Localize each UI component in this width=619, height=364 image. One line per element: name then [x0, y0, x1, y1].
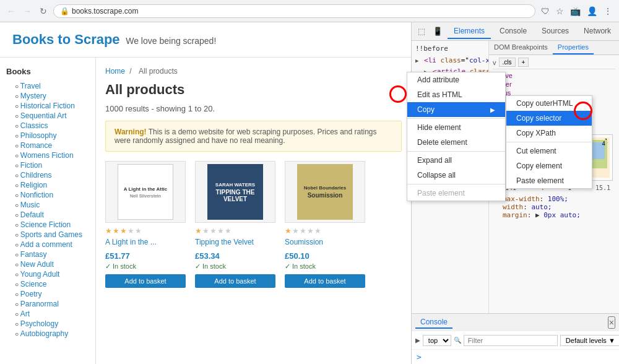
submenu-sep: [506, 142, 592, 142]
console-context-select[interactable]: top: [423, 335, 451, 346]
category-list: TravelMysteryHistorical FictionSequentia…: [6, 81, 89, 339]
product-title-2[interactable]: Tipping the Velvet: [195, 238, 275, 248]
sidebar-item[interactable]: Fiction: [6, 160, 89, 170]
sidebar-item[interactable]: New Adult: [6, 259, 89, 269]
back-button[interactable]: ←: [5, 5, 17, 17]
properties-tab[interactable]: Properties: [553, 41, 594, 54]
context-menu-add-attribute[interactable]: Add attribute: [407, 72, 505, 87]
product-price-3: £50.10: [285, 251, 365, 261]
submenu-copy-selector[interactable]: Copy selector: [506, 111, 592, 126]
content-area: Home / All products All products 1000 re…: [96, 58, 411, 364]
sidebar-item[interactable]: Art: [6, 309, 89, 319]
sidebar-item[interactable]: Nonfiction: [6, 190, 89, 200]
tab-network[interactable]: Network: [578, 24, 617, 39]
submenu-copy-xpath[interactable]: Copy XPath: [506, 126, 592, 141]
context-menu-paste[interactable]: Paste element: [407, 186, 505, 201]
device-icon[interactable]: 📱: [430, 25, 445, 37]
context-menu-edit-html[interactable]: Edit as HTML: [407, 87, 505, 102]
tab-elements[interactable]: Elements: [448, 24, 491, 39]
tab-sources[interactable]: Sources: [535, 24, 575, 39]
submenu-paste-element[interactable]: Paste element: [506, 173, 592, 188]
console-expand-icon[interactable]: ▶: [415, 336, 420, 345]
breadcrumb-separator: /: [129, 67, 134, 76]
sidebar-item[interactable]: Paranormal: [6, 299, 89, 309]
sidebar-item[interactable]: Poetry: [6, 289, 89, 299]
products-grid: A Light in the Attic Neil Silverstein ★ …: [105, 161, 402, 288]
forward-button[interactable]: →: [21, 5, 33, 17]
star-icon[interactable]: ☆: [554, 5, 566, 17]
context-menu-hide[interactable]: Hide element: [407, 120, 505, 135]
product-image-1: A Light in the Attic Neil Silverstein: [105, 161, 186, 223]
product-card-2: SARAH WATERS TIPPING THE VELVET ★ ★ ★ ★ …: [195, 161, 275, 288]
submenu-copy-element[interactable]: Copy element: [506, 158, 592, 173]
refresh-button[interactable]: ↻: [37, 5, 50, 17]
breadcrumb-home[interactable]: Home: [105, 67, 125, 76]
sidebar-item[interactable]: Add a comment: [6, 240, 89, 249]
product-title-1[interactable]: A Light in the ...: [105, 238, 186, 248]
inspect-icon[interactable]: ⬚: [415, 25, 428, 37]
sidebar-item[interactable]: Autobiography: [6, 329, 89, 339]
main-layout: Books to Scrape We love being scraped! B…: [0, 22, 619, 364]
console-prompt-icon: >: [417, 352, 422, 362]
sidebar-item[interactable]: Mystery: [6, 91, 89, 101]
sidebar-item[interactable]: Sports and Games: [6, 230, 89, 240]
submenu-copy-outerhtml[interactable]: Copy outerHTML: [506, 96, 592, 111]
cast-icon[interactable]: 📺: [568, 5, 582, 17]
sidebar-item[interactable]: Philosophy: [6, 131, 89, 141]
browser-chrome: ← → ↻ 🔒 books.toscrape.com 🛡 ☆ 📺 👤 ⋮: [0, 0, 619, 22]
console-tab[interactable]: Console: [415, 316, 452, 329]
sidebar-item[interactable]: Science: [6, 279, 89, 289]
context-menu-expand[interactable]: Expand all: [407, 153, 505, 168]
product-title-3[interactable]: Soumission: [285, 238, 365, 248]
context-menu-collapse[interactable]: Collapse all: [407, 168, 505, 183]
sidebar-item[interactable]: Travel: [6, 81, 89, 91]
console-level-select[interactable]: Default levels ▼: [560, 335, 619, 346]
sidebar-item[interactable]: Young Adult: [6, 269, 89, 279]
add-to-basket-3[interactable]: Add to basket: [285, 274, 365, 288]
style-width: width: auto;: [496, 203, 612, 211]
context-menu-delete[interactable]: Delete element: [407, 135, 505, 150]
breadcrumb: Home / All products: [105, 67, 402, 76]
sidebar-item[interactable]: Default: [6, 210, 89, 220]
sidebar-item[interactable]: Science Fiction: [6, 220, 89, 230]
add-style-button[interactable]: +: [518, 58, 529, 67]
submenu-cut-element[interactable]: Cut element: [506, 144, 592, 158]
add-to-basket-2[interactable]: Add to basket: [195, 274, 275, 288]
shield-icon[interactable]: 🛡: [539, 5, 552, 17]
console-filter-input[interactable]: [464, 335, 558, 346]
product-card: A Light in the Attic Neil Silverstein ★ …: [105, 161, 186, 288]
menu-icon[interactable]: ⋮: [602, 5, 614, 17]
star-3: ★: [210, 227, 217, 235]
sidebar-item[interactable]: Classics: [6, 121, 89, 131]
sidebar-item[interactable]: Religion: [6, 180, 89, 190]
dom-breakpoints-tab[interactable]: DOM Breakpoints: [489, 41, 553, 54]
console-close-button[interactable]: ×: [608, 316, 615, 329]
sidebar-item[interactable]: Childrens: [6, 170, 89, 180]
add-to-basket-1[interactable]: Add to basket: [105, 274, 186, 288]
pseudo-active: :active: [493, 72, 615, 79]
sidebar-item[interactable]: Psychology: [6, 319, 89, 329]
context-menu-copy[interactable]: Copy ▶: [407, 102, 505, 117]
sidebar-item[interactable]: Fantasy: [6, 249, 89, 259]
sidebar-item[interactable]: Music: [6, 200, 89, 210]
copy-label: Copy: [417, 105, 435, 114]
cls-button[interactable]: .cls: [499, 58, 516, 67]
sidebar-item[interactable]: Womens Fiction: [6, 150, 89, 160]
sidebar-item[interactable]: Sequential Art: [6, 111, 89, 121]
page-title: All products: [105, 82, 402, 98]
elem-before[interactable]: !!before: [412, 43, 488, 55]
book-cover-1: A Light in the Attic Neil Silverstein: [118, 164, 173, 220]
warning-strong: Warning!: [115, 128, 147, 136]
profile-icon[interactable]: 👤: [585, 5, 599, 17]
star-4: ★: [217, 227, 224, 235]
copy-arrow: ▶: [490, 106, 495, 113]
breadcrumb-current: All products: [139, 67, 178, 76]
site-tagline: We love being scraped!: [126, 36, 216, 46]
address-bar[interactable]: 🔒 books.toscrape.com: [53, 4, 535, 18]
elem-li[interactable]: ▶ <li class="col-xs-6 col-sm-4 col-md-3 …: [412, 55, 488, 67]
devtools-toolbar: ⬚ 📱 Elements Console Sources Network » ⋮…: [412, 22, 619, 41]
star-2: ★: [113, 227, 119, 235]
sidebar-item[interactable]: Romance: [6, 141, 89, 150]
tab-console[interactable]: Console: [493, 24, 533, 39]
sidebar-item[interactable]: Historical Fiction: [6, 101, 89, 111]
